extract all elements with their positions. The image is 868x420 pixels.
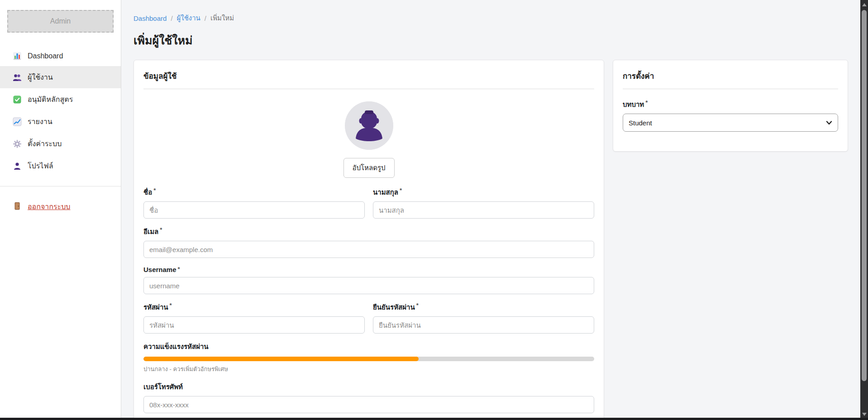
page-title: เพิ่มผู้ใช้ใหม่	[134, 31, 860, 49]
required-marker: *	[645, 99, 648, 106]
phone-label: เบอร์โทรศัพท์	[143, 382, 594, 392]
sidebar-divider	[0, 186, 121, 186]
password-strength-caption: ปานกลาง - ควรเพิ่มตัวอักษรพิเศษ	[143, 364, 594, 374]
password-input[interactable]	[143, 316, 365, 334]
breadcrumb-separator: /	[205, 14, 206, 22]
last-name-label: นามสกุล*	[373, 187, 594, 198]
settings-icon	[13, 139, 22, 148]
card-divider	[143, 89, 594, 89]
logout-door-icon	[13, 201, 22, 212]
logout-button[interactable]: ออกจากระบบ	[0, 196, 121, 218]
reports-icon	[13, 117, 22, 126]
sidebar-item-label: อนุมัติหลักสูตร	[28, 94, 73, 105]
sidebar-item-dashboard[interactable]: Dashboard	[0, 46, 121, 66]
first-name-input[interactable]	[143, 201, 365, 219]
sidebar-item-label: Dashboard	[28, 52, 63, 60]
sidebar-item-profile[interactable]: โปรไฟล์	[0, 155, 121, 177]
password-strength-fill	[143, 357, 419, 361]
main-content: Dashboard / ผู้ใช้งาน / เพิ่มใหม่ เพิ่มผ…	[122, 0, 860, 418]
required-marker: *	[170, 302, 172, 309]
profile-icon	[13, 162, 22, 171]
sidebar-menu: Dashboard ผู้ใช้งาน อนุมัติหลักสูตร รายง…	[0, 46, 121, 177]
email-label: อีเมล*	[143, 226, 594, 237]
password-strength-label: ความแข็งแรงรหัสผ่าน	[143, 341, 594, 352]
first-name-label: ชื่อ*	[143, 187, 365, 198]
user-info-card-title: ข้อมูลผู้ใช้	[143, 70, 594, 82]
sidebar-item-course-approval[interactable]: อนุมัติหลักสูตร	[0, 88, 121, 110]
required-marker: *	[416, 302, 419, 309]
approve-icon	[13, 95, 22, 104]
username-input[interactable]	[143, 277, 594, 294]
required-marker: *	[160, 226, 162, 233]
phone-input[interactable]	[143, 396, 594, 413]
role-label: บทบาท*	[623, 99, 838, 110]
avatar	[345, 101, 393, 150]
required-marker: *	[178, 266, 180, 272]
sidebar-item-label: รายงาน	[28, 116, 52, 127]
last-name-input[interactable]	[373, 201, 594, 219]
required-marker: *	[400, 187, 402, 194]
settings-card: การตั้งค่า บทบาท* Student	[613, 60, 848, 152]
breadcrumb-link-dashboard[interactable]: Dashboard	[134, 14, 167, 22]
scroll-up-icon[interactable]	[860, 1, 868, 9]
logout-label: ออกจากระบบ	[28, 201, 70, 212]
brand-label: Admin	[50, 17, 71, 25]
scrollbar-thumb[interactable]	[862, 10, 867, 381]
required-marker: *	[153, 187, 156, 194]
sidebar: Admin Dashboard ผู้ใช้งาน อนุมัติหลักสูต…	[0, 0, 121, 418]
role-select[interactable]: Student	[623, 114, 838, 132]
user-info-card: ข้อมูลผู้ใช้ อัปโหลดรูป	[134, 60, 604, 420]
brand-logo: Admin	[7, 10, 114, 33]
breadcrumb-separator: /	[171, 14, 172, 22]
confirm-password-label: ยืนยันรหัสผ่าน*	[373, 302, 594, 313]
sidebar-item-users[interactable]: ผู้ใช้งาน	[0, 66, 121, 88]
sidebar-item-label: โปรไฟล์	[28, 160, 53, 172]
window-bottom-edge	[0, 418, 868, 420]
confirm-password-input[interactable]	[373, 316, 594, 334]
password-label: รหัสผ่าน*	[143, 302, 365, 313]
username-label: Username*	[143, 266, 594, 273]
password-strength: ความแข็งแรงรหัสผ่าน ปานกลาง - ควรเพิ่มตั…	[143, 341, 594, 374]
password-strength-track	[143, 357, 594, 361]
sidebar-item-label: ผู้ใช้งาน	[28, 72, 53, 83]
breadcrumb-link-users[interactable]: ผู้ใช้งาน	[177, 13, 200, 24]
upload-photo-button[interactable]: อัปโหลดรูป	[343, 158, 395, 178]
settings-card-title: การตั้งค่า	[623, 70, 838, 82]
sidebar-item-label: ตั้งค่าระบบ	[28, 138, 62, 149]
users-icon	[13, 73, 22, 82]
breadcrumb: Dashboard / ผู้ใช้งาน / เพิ่มใหม่	[134, 13, 860, 24]
avatar-person-icon	[345, 101, 393, 150]
sidebar-item-system-settings[interactable]: ตั้งค่าระบบ	[0, 133, 121, 155]
scroll-down-icon[interactable]	[860, 410, 868, 418]
dashboard-icon	[13, 52, 22, 61]
email-input[interactable]	[143, 241, 594, 258]
card-divider	[623, 89, 838, 89]
scrollbar[interactable]	[860, 0, 868, 420]
sidebar-item-reports[interactable]: รายงาน	[0, 110, 121, 133]
breadcrumb-current: เพิ่มใหม่	[210, 13, 234, 24]
